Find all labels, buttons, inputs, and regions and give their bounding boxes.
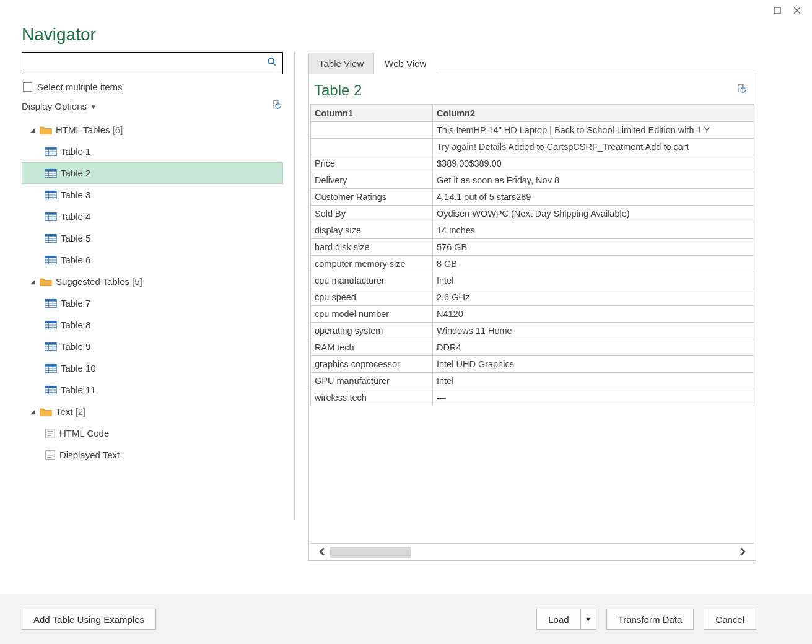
display-options-dropdown[interactable]: Display Options ▼ bbox=[22, 101, 97, 111]
table-cell: Get it as soon as Friday, Nov 8 bbox=[433, 172, 754, 189]
table-row[interactable]: Sold ByOydisen WOWPC (Next Day Shipping … bbox=[311, 206, 754, 222]
table-cell: cpu speed bbox=[311, 289, 433, 306]
table-row[interactable]: cpu speed2.6 GHz bbox=[311, 289, 754, 306]
table-icon bbox=[45, 320, 57, 330]
tree-item[interactable]: Table 2 bbox=[22, 162, 283, 184]
transform-data-button[interactable]: Transform Data bbox=[606, 609, 694, 630]
column-header[interactable]: Column1 bbox=[311, 105, 433, 122]
tree-item-label: Table 7 bbox=[61, 298, 90, 308]
table-row[interactable]: This ItemHP 14" HD Laptop | Back to Scho… bbox=[311, 122, 754, 139]
tree-item-label: Displayed Text bbox=[59, 450, 120, 460]
cancel-button[interactable]: Cancel bbox=[704, 609, 756, 630]
table-icon bbox=[45, 385, 57, 395]
table-row[interactable]: GPU manufacturerIntel bbox=[311, 373, 754, 389]
scroll-thumb[interactable] bbox=[330, 547, 411, 558]
tree-group[interactable]: ◢Suggested Tables [5] bbox=[22, 271, 283, 292]
table-cell: 2.6 GHz bbox=[433, 289, 754, 306]
table-cell: Intel UHD Graphics bbox=[433, 356, 754, 373]
tree-item-label: Table 4 bbox=[61, 211, 90, 222]
svg-rect-55 bbox=[45, 342, 56, 344]
table-cell: $389.00$389.00 bbox=[433, 155, 754, 172]
table-row[interactable]: cpu model numberN4120 bbox=[311, 306, 754, 323]
svg-rect-31 bbox=[45, 234, 56, 236]
table-row[interactable]: wireless tech— bbox=[311, 389, 754, 406]
svg-rect-43 bbox=[45, 299, 56, 301]
table-cell bbox=[311, 122, 433, 139]
search-input[interactable] bbox=[26, 58, 266, 69]
tree-item[interactable]: Table 1 bbox=[22, 141, 283, 162]
svg-rect-61 bbox=[45, 364, 56, 366]
table-icon bbox=[45, 190, 57, 200]
table-row[interactable]: graphics coprocessorIntel UHD Graphics bbox=[311, 356, 754, 373]
svg-rect-13 bbox=[45, 169, 56, 171]
expand-toggle-icon[interactable]: ◢ bbox=[30, 278, 36, 285]
svg-rect-67 bbox=[45, 386, 56, 388]
expand-toggle-icon[interactable]: ◢ bbox=[30, 126, 36, 133]
svg-rect-49 bbox=[45, 321, 56, 323]
tree-item[interactable]: Table 8 bbox=[22, 314, 283, 336]
tree-item-label: Table 11 bbox=[61, 385, 96, 395]
table-row[interactable]: hard disk size576 GB bbox=[311, 239, 754, 256]
text-icon bbox=[45, 450, 56, 461]
tree-item-label: Table 3 bbox=[61, 189, 90, 200]
table-row[interactable]: DeliveryGet it as soon as Friday, Nov 8 bbox=[311, 172, 754, 189]
table-icon bbox=[45, 342, 57, 352]
svg-rect-25 bbox=[45, 212, 56, 214]
tree-item[interactable]: HTML Code bbox=[22, 422, 283, 444]
tree-item[interactable]: Displayed Text bbox=[22, 444, 283, 466]
table-cell: 576 GB bbox=[433, 239, 754, 256]
select-multiple-checkbox[interactable] bbox=[23, 82, 32, 92]
scroll-right-icon[interactable] bbox=[735, 547, 751, 558]
tree-item-label: Table 1 bbox=[61, 146, 90, 157]
table-icon bbox=[45, 255, 57, 265]
tree-item[interactable]: Table 3 bbox=[22, 184, 283, 206]
table-row[interactable]: cpu manufacturerIntel bbox=[311, 272, 754, 289]
search-box[interactable] bbox=[22, 52, 283, 74]
table-row[interactable]: RAM techDDR4 bbox=[311, 339, 754, 356]
table-cell: computer memory size bbox=[311, 256, 433, 272]
table-row[interactable]: computer memory size8 GB bbox=[311, 256, 754, 272]
svg-line-4 bbox=[273, 63, 276, 66]
tree-item[interactable]: Table 11 bbox=[22, 379, 283, 401]
tree-item[interactable]: Table 10 bbox=[22, 357, 283, 379]
table-cell: operating system bbox=[311, 323, 433, 339]
chevron-down-icon: ▼ bbox=[90, 103, 97, 110]
page-title: Navigator bbox=[0, 19, 812, 48]
tree-item[interactable]: Table 6 bbox=[22, 249, 283, 271]
scroll-left-icon[interactable] bbox=[314, 547, 330, 558]
table-row[interactable]: Customer Ratings4.14.1 out of 5 stars289 bbox=[311, 189, 754, 206]
close-button[interactable] bbox=[787, 4, 807, 17]
table-cell: display size bbox=[311, 222, 433, 239]
refresh-icon[interactable] bbox=[272, 100, 283, 113]
load-button[interactable]: Load bbox=[536, 609, 580, 630]
table-cell: RAM tech bbox=[311, 339, 433, 356]
table-row[interactable]: Try again! Details Added to CartspCSRF_T… bbox=[311, 139, 754, 155]
tree-group[interactable]: ◢Text [2] bbox=[22, 401, 283, 422]
preview-refresh-icon[interactable] bbox=[737, 84, 748, 97]
select-multiple-label: Select multiple items bbox=[37, 82, 123, 92]
table-icon bbox=[45, 233, 57, 243]
add-table-using-examples-button[interactable]: Add Table Using Examples bbox=[22, 609, 156, 630]
tab-web-view[interactable]: Web View bbox=[374, 53, 437, 74]
table-row[interactable]: Price$389.00$389.00 bbox=[311, 155, 754, 172]
horizontal-scrollbar[interactable] bbox=[310, 543, 754, 560]
table-row[interactable]: operating systemWindows 11 Home bbox=[311, 323, 754, 339]
table-row[interactable]: display size14 inches bbox=[311, 222, 754, 239]
tree-item-label: Table 9 bbox=[61, 341, 90, 352]
tree-item[interactable]: Table 5 bbox=[22, 227, 283, 249]
tree-group[interactable]: ◢HTML Tables [6] bbox=[22, 119, 283, 141]
tree-item[interactable]: Table 7 bbox=[22, 292, 283, 314]
table-cell: Intel bbox=[433, 373, 754, 389]
folder-icon bbox=[40, 277, 52, 287]
table-icon bbox=[45, 168, 57, 178]
table-icon bbox=[45, 363, 57, 373]
table-cell: Price bbox=[311, 155, 433, 172]
column-header[interactable]: Column2 bbox=[433, 105, 754, 122]
tree-item[interactable]: Table 9 bbox=[22, 336, 283, 357]
table-cell: Delivery bbox=[311, 172, 433, 189]
maximize-button[interactable] bbox=[767, 4, 787, 17]
load-dropdown-button[interactable]: ▼ bbox=[580, 609, 596, 630]
expand-toggle-icon[interactable]: ◢ bbox=[30, 408, 36, 415]
tree-item[interactable]: Table 4 bbox=[22, 206, 283, 227]
tab-table-view[interactable]: Table View bbox=[308, 53, 374, 74]
